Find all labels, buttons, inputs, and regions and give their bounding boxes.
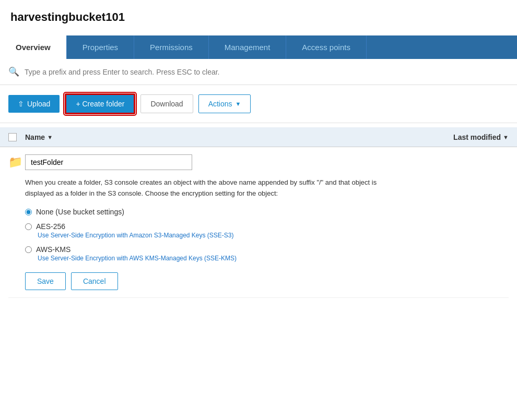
encryption-none-radio[interactable]	[25, 209, 32, 215]
folder-form: When you create a folder, S3 console cre…	[25, 154, 509, 290]
folder-name-input[interactable]	[25, 154, 192, 170]
last-modified-sort-icon: ▼	[503, 134, 509, 140]
content-area: 📁 When you create a folder, S3 console c…	[0, 147, 517, 308]
encryption-awskms-sub: Use Server-Side Encryption with AWS KMS-…	[38, 255, 509, 262]
download-button[interactable]: Download	[140, 94, 193, 113]
name-sort-icon: ▼	[47, 134, 53, 140]
table-header: Name ▼ Last modified ▼	[0, 127, 517, 147]
tab-bar: Overview Properties Permissions Manageme…	[0, 35, 517, 59]
tab-access-points[interactable]: Access points	[286, 35, 367, 59]
encryption-aes256-label: AES-256	[36, 222, 65, 231]
encryption-option-none: None (Use bucket settings)	[25, 208, 509, 216]
tab-permissions[interactable]: Permissions	[134, 35, 209, 59]
encryption-option-aes256: AES-256 Use Server-Side Encryption with …	[25, 222, 509, 239]
last-modified-column-header[interactable]: Last modified ▼	[425, 133, 509, 141]
create-folder-button[interactable]: + Create folder	[65, 93, 135, 114]
bucket-title: harvestingbucket101	[10, 10, 507, 24]
toolbar: ⇧ Upload + Create folder Download Action…	[0, 85, 517, 123]
form-actions: Save Cancel	[25, 272, 509, 290]
search-input[interactable]	[25, 68, 509, 76]
tab-overview[interactable]: Overview	[0, 35, 67, 59]
upload-button[interactable]: ⇧ Upload	[8, 95, 60, 113]
tab-management[interactable]: Management	[209, 35, 287, 59]
select-all-checkbox[interactable]	[8, 133, 17, 141]
cancel-button[interactable]: Cancel	[71, 272, 118, 290]
chevron-down-icon: ▼	[236, 101, 241, 107]
encryption-awskms-label: AWS-KMS	[36, 245, 70, 254]
encryption-awskms-radio[interactable]	[25, 246, 32, 253]
encryption-none-label: None (Use bucket settings)	[36, 208, 124, 216]
actions-button[interactable]: Actions ▼	[198, 94, 251, 113]
folder-form-row: 📁 When you create a folder, S3 console c…	[8, 147, 509, 298]
encryption-aes256-sub: Use Server-Side Encryption with Amazon S…	[38, 232, 509, 239]
encryption-option-awskms: AWS-KMS Use Server-Side Encryption with …	[25, 245, 509, 262]
tab-properties[interactable]: Properties	[67, 35, 134, 59]
folder-help-text: When you create a folder, S3 console cre…	[25, 177, 391, 199]
upload-icon: ⇧	[18, 100, 24, 108]
encryption-aes256-radio[interactable]	[25, 223, 32, 230]
folder-icon: 📁	[8, 155, 22, 169]
search-bar: 🔍	[0, 59, 517, 85]
encryption-radio-group: None (Use bucket settings) AES-256 Use S…	[25, 208, 509, 262]
save-button[interactable]: Save	[25, 272, 66, 290]
search-icon: 🔍	[8, 66, 19, 77]
name-column-header[interactable]: Name ▼	[25, 133, 425, 141]
